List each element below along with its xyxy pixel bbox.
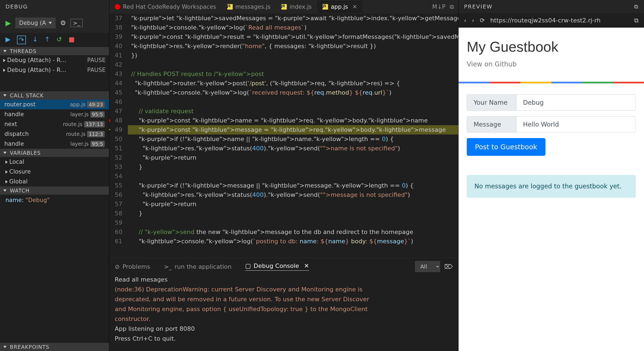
watch-header[interactable]: WATCH: [0, 186, 109, 195]
line-number[interactable]: 48: [115, 116, 122, 125]
line-number[interactable]: 49: [115, 125, 122, 134]
thread-item[interactable]: Debug (Attach) - R…PAUSE: [0, 65, 109, 75]
line-number[interactable]: 44: [115, 79, 122, 88]
code-line[interactable]: [128, 97, 458, 107]
callstack-item[interactable]: handlelayer.js95:5: [0, 109, 109, 119]
nav-forward-icon[interactable]: ›: [472, 17, 474, 24]
clear-console-icon[interactable]: ⌦: [444, 263, 453, 270]
code-line[interactable]: "k-purple">return: [128, 200, 458, 209]
step-out-icon[interactable]: ↑: [45, 36, 50, 44]
continue-icon[interactable]: ▶: [5, 36, 10, 44]
code-line[interactable]: "k-purple">const "k-lightblue">message =…: [128, 125, 458, 134]
step-into-icon[interactable]: ↓: [33, 36, 38, 44]
console-output[interactable]: Read all mesages(node:36) DeprecationWar…: [109, 275, 458, 351]
callstack-item[interactable]: router.postapp.js49:23: [0, 100, 109, 109]
message-input[interactable]: [516, 116, 636, 132]
thread-item[interactable]: Debug (Attach) - R…PAUSE: [0, 55, 109, 65]
code-line[interactable]: "k-lightblue">res."k-yellow">render("hom…: [128, 42, 458, 51]
code-line[interactable]: [128, 172, 458, 181]
stop-icon[interactable]: ■: [69, 36, 75, 44]
line-number[interactable]: 43: [115, 69, 122, 79]
breakpoints-header[interactable]: BREAKPOINTS: [0, 343, 109, 351]
line-number[interactable]: 60: [115, 227, 122, 237]
console-filter-select[interactable]: All: [415, 261, 440, 272]
code-line[interactable]: "k-lightblue">console."k-yellow">log(`po…: [128, 237, 458, 246]
code-line[interactable]: "k-purple">if (!"k-lightblue">name || "k…: [128, 134, 458, 144]
callstack-header[interactable]: CALL STACK: [0, 91, 109, 100]
variable-scope[interactable]: Closure: [0, 167, 109, 177]
code-line[interactable]: "k-purple">if (!"k-lightblue">message ||…: [128, 181, 458, 190]
code-line[interactable]: "k-lightblue">res."k-yellow">status(400)…: [128, 190, 458, 200]
editor-tab[interactable]: JSindex.js: [276, 1, 317, 13]
markdown-preview-icon[interactable]: M↓P: [432, 4, 445, 10]
line-number[interactable]: 55: [115, 181, 122, 190]
code-line[interactable]: "k-lightblue">console."k-yellow">log(`re…: [128, 88, 458, 97]
line-number[interactable]: 53: [115, 162, 122, 172]
line-number[interactable]: 58: [115, 209, 122, 218]
debug-console-tab[interactable]: ▢Debug Console✕: [245, 262, 309, 271]
line-number[interactable]: 54: [115, 172, 122, 181]
callstack-item[interactable]: nextroute.js137:13: [0, 119, 109, 129]
line-number[interactable]: 50: [115, 134, 122, 144]
editor[interactable]: 3738394041424344454647484950515253545556…: [109, 14, 458, 258]
close-icon[interactable]: ✕: [352, 4, 357, 10]
debug-start-button[interactable]: ▶: [5, 19, 11, 27]
code-line[interactable]: "k-purple">const "k-lightblue">name = "k…: [128, 116, 458, 125]
editor-tab[interactable]: JSapp.js✕: [317, 1, 363, 13]
code-line[interactable]: "k-purple">let "k-lightblue">savedMessag…: [128, 14, 458, 23]
code-line[interactable]: // validate request: [128, 107, 458, 116]
close-icon[interactable]: ✕: [304, 262, 309, 269]
code-line[interactable]: "k-lightblue">router."k-yellow">post('/p…: [128, 79, 458, 88]
line-number[interactable]: 39: [115, 32, 122, 42]
editor-tab[interactable]: JSmessages.js: [222, 1, 276, 13]
preview-content[interactable]: My Guestbook View on Github Your Name Me…: [459, 28, 644, 351]
post-button[interactable]: Post to Guestbook: [467, 138, 545, 156]
code-line[interactable]: }): [128, 51, 458, 60]
gear-icon[interactable]: ⚙: [60, 19, 66, 27]
run-app-tab[interactable]: >_run the application: [164, 263, 232, 270]
threads-header[interactable]: THREADS: [0, 47, 109, 55]
code-line[interactable]: "k-lightblue">res."k-yellow">status(400)…: [128, 144, 458, 153]
preview-url[interactable]: https://routeqjw2ss04-crw-test2.rj-rh: [490, 17, 629, 24]
nav-reload-icon[interactable]: ⟳: [480, 17, 485, 24]
line-number[interactable]: 61: [115, 237, 122, 246]
code-line[interactable]: }: [128, 162, 458, 172]
step-over-icon[interactable]: ↷: [17, 36, 26, 44]
line-number[interactable]: 40: [115, 42, 122, 51]
callstack-item[interactable]: dispatchroute.js112:3: [0, 129, 109, 139]
line-number[interactable]: 51: [115, 144, 122, 153]
restart-icon[interactable]: ↺: [57, 36, 62, 44]
line-number[interactable]: 42: [115, 60, 122, 69]
code-line[interactable]: "k-purple">return: [128, 153, 458, 162]
line-number[interactable]: 41: [115, 51, 122, 60]
split-icon[interactable]: ⧉: [450, 4, 454, 10]
github-link[interactable]: View on Github: [467, 60, 636, 68]
problems-tab[interactable]: ⊘Problems: [115, 263, 150, 270]
editor-tab[interactable]: Red Hat CodeReady Workspaces: [109, 1, 222, 13]
variable-scope[interactable]: Global: [0, 177, 109, 186]
watch-item[interactable]: name: "Debug": [0, 195, 109, 206]
open-icon[interactable]: ⧉: [634, 17, 639, 24]
code-line[interactable]: // Handles POST request to /"k-yellow">p…: [128, 69, 458, 79]
line-number[interactable]: 52: [115, 153, 122, 162]
code-line[interactable]: "k-purple">const "k-lightblue">result = …: [128, 32, 458, 42]
open-external-icon[interactable]: ⧉: [634, 3, 639, 10]
callstack-item[interactable]: handlelayer.js95:5: [0, 139, 109, 149]
line-number[interactable]: 47: [115, 107, 122, 116]
line-number[interactable]: 38: [115, 23, 122, 32]
code-line[interactable]: [128, 60, 458, 69]
line-number[interactable]: 56: [115, 190, 122, 200]
variables-header[interactable]: VARIABLES: [0, 149, 109, 157]
code-line[interactable]: "k-lightblue">console."k-yellow">log(`Re…: [128, 23, 458, 32]
variable-scope[interactable]: Local: [0, 157, 109, 167]
nav-back-icon[interactable]: ‹: [464, 17, 466, 24]
debug-config-select[interactable]: Debug (A: [15, 17, 56, 28]
code-line[interactable]: // "k-yellow">send the new "k-lightblue"…: [128, 227, 458, 237]
code-line[interactable]: }: [128, 209, 458, 218]
name-input[interactable]: [516, 95, 636, 110]
code-line[interactable]: [128, 218, 458, 227]
line-number[interactable]: 46: [115, 97, 122, 107]
line-number[interactable]: 59: [115, 218, 122, 227]
line-number[interactable]: 37: [115, 14, 122, 23]
line-number[interactable]: 45: [115, 88, 122, 97]
